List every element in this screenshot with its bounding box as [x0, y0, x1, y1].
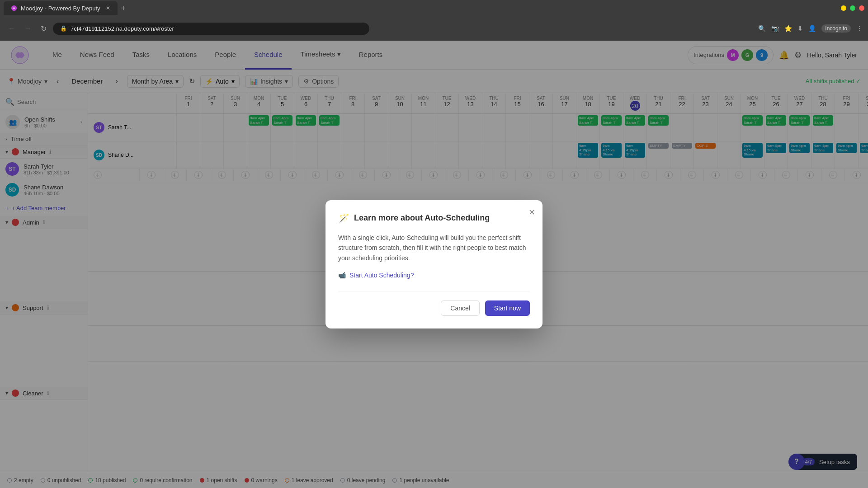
maximize-button[interactable]: [850, 5, 855, 11]
video-icon: 📹: [338, 270, 346, 280]
tab-close-btn[interactable]: ✕: [106, 5, 110, 11]
start-auto-scheduling-link[interactable]: 📹 Start Auto Scheduling?: [338, 270, 530, 280]
modal-overlay[interactable]: 🪄 Learn more about Auto-Scheduling ✕ Wit…: [0, 41, 868, 488]
search-icon: 🔍: [758, 25, 766, 32]
url-text: 7cf47d19112152.na.deputy.com/#roster: [71, 25, 174, 32]
bookmark-icon[interactable]: ⭐: [784, 25, 792, 32]
modal-close-button[interactable]: ✕: [528, 207, 535, 217]
cancel-button[interactable]: Cancel: [441, 300, 480, 316]
window-controls: [841, 5, 864, 11]
incognito-badge: Incognito: [821, 24, 851, 33]
auto-scheduling-modal: 🪄 Learn more about Auto-Scheduling ✕ Wit…: [326, 200, 542, 329]
modal-footer: Cancel Start now: [338, 291, 530, 316]
tab-title: Moodjoy - Powered By Deputy: [21, 5, 100, 12]
magic-wand-icon: 🪄: [338, 213, 349, 224]
menu-icon[interactable]: ⋮: [856, 25, 863, 32]
address-bar[interactable]: 🔒 7cf47d19112152.na.deputy.com/#roster: [53, 23, 369, 35]
forward-button[interactable]: →: [22, 23, 34, 34]
close-button[interactable]: [859, 5, 864, 11]
modal-description: With a single click, Auto-Scheduling wil…: [338, 233, 530, 263]
reload-button[interactable]: ↻: [38, 23, 49, 35]
browser-toolbar: ← → ↻ 🔒 7cf47d19112152.na.deputy.com/#ro…: [0, 16, 868, 41]
browser-toolbar-right: 🔍 📷 ⭐ ⬇ 👤 Incognito ⋮: [758, 24, 863, 33]
minimize-button[interactable]: [841, 5, 846, 11]
media-icon: 📷: [771, 25, 779, 32]
start-now-button[interactable]: Start now: [485, 300, 530, 316]
download-icon: ⬇: [797, 25, 803, 32]
modal-title: Learn more about Auto-Scheduling: [354, 213, 490, 223]
modal-link-label: Start Auto Scheduling?: [349, 270, 414, 280]
profile-icon: 👤: [808, 25, 816, 32]
modal-body: With a single click, Auto-Scheduling wil…: [338, 233, 530, 281]
new-tab-button[interactable]: +: [121, 4, 126, 13]
active-tab[interactable]: Moodjoy - Powered By Deputy ✕: [4, 1, 118, 15]
back-button[interactable]: ←: [5, 23, 18, 34]
browser-chrome: Moodjoy - Powered By Deputy ✕ + ← → ↻ 🔒 …: [0, 0, 868, 41]
tab-favicon: [11, 5, 17, 11]
modal-header: 🪄 Learn more about Auto-Scheduling: [338, 213, 530, 224]
browser-titlebar: Moodjoy - Powered By Deputy ✕ +: [0, 0, 868, 16]
